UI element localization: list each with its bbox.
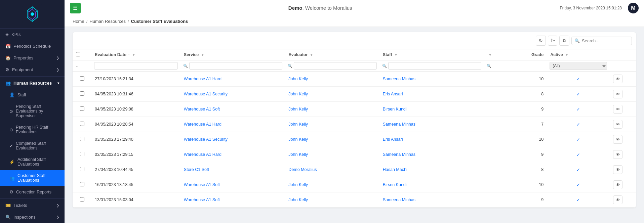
sidebar-item-properties[interactable]: 🏠 Properties ❯: [0, 52, 65, 64]
service-link[interactable]: Store C1 Soft: [184, 167, 209, 172]
service-link[interactable]: Warehouse A1 Soft: [184, 107, 220, 112]
staff-link[interactable]: Sameena Minhas: [383, 197, 415, 202]
view-button[interactable]: 👁: [613, 75, 622, 83]
sidebar-item-hr[interactable]: 👥 Human Resources ▾: [0, 77, 65, 89]
filter-icon[interactable]: ▼: [565, 53, 568, 57]
copy-button[interactable]: ⧉: [559, 36, 569, 46]
filter-icon[interactable]: ▼: [310, 53, 313, 57]
sidebar-item-label: Periodics Schedule: [13, 44, 51, 49]
filter-icon[interactable]: ▼: [132, 53, 135, 57]
filter-icon[interactable]: ▼: [201, 53, 204, 57]
view-button[interactable]: 👁: [613, 180, 622, 189]
service-link[interactable]: Warehouse A1 Soft: [184, 182, 220, 187]
sidebar-item-tickets[interactable]: 🎫 Tickets ❯: [0, 199, 65, 211]
row-actions: 👁: [610, 177, 636, 192]
evaluator-link[interactable]: Demo Moralius: [288, 167, 317, 172]
staff-link[interactable]: Birsen Kundi: [383, 182, 407, 187]
filter-active-select[interactable]: (All) Yes No: [550, 62, 607, 70]
avatar[interactable]: M: [628, 3, 639, 13]
calendar-icon: 📅: [5, 44, 11, 49]
view-button[interactable]: 👁: [613, 120, 622, 129]
row-checkbox[interactable]: [80, 122, 84, 126]
row-service: Warehouse A1 Soft: [180, 192, 285, 208]
export-button[interactable]: ⤴ ▾: [548, 36, 557, 46]
filter-staff-input[interactable]: [388, 62, 482, 70]
th-grade: Grade: [505, 49, 547, 60]
view-button[interactable]: 👁: [613, 105, 622, 114]
select-all-checkbox[interactable]: [76, 52, 80, 56]
row-grade: 8: [505, 87, 547, 102]
breadcrumb-section[interactable]: Human Resources: [89, 19, 126, 24]
row-service: Warehouse A1 Hard: [180, 147, 285, 162]
evaluator-link[interactable]: John Kelly: [288, 92, 308, 96]
view-button[interactable]: 👁: [613, 150, 622, 159]
row-date: 16/01/2023 13:18:45: [91, 177, 180, 192]
row-checkbox[interactable]: [80, 197, 84, 202]
filter-evaluator-cell: 🔍: [285, 60, 379, 72]
refresh-button[interactable]: ↻: [536, 36, 546, 46]
row-checkbox[interactable]: [80, 182, 84, 186]
sidebar-item-label: Pending HR Staff Evaluations: [16, 125, 59, 134]
table-toolbar: ↻ ⤴ ▾ ⧉ 🔍: [73, 32, 636, 49]
sidebar-item-staff[interactable]: 👤 Staff: [0, 89, 65, 101]
evaluator-link[interactable]: John Kelly: [288, 77, 308, 81]
filter-icon[interactable]: ▼: [488, 53, 492, 57]
row-checkbox-cell: [73, 132, 91, 147]
staff-link[interactable]: Hasan Machi: [383, 167, 407, 172]
evaluator-link[interactable]: John Kelly: [288, 122, 308, 127]
row-checkbox[interactable]: [80, 167, 84, 171]
sidebar-item-additional[interactable]: ⚡ Additional Staff Evaluations: [0, 154, 65, 170]
row-checkbox[interactable]: [80, 152, 84, 156]
staff-link[interactable]: Sameena Minhas: [383, 122, 415, 127]
view-button[interactable]: 👁: [613, 165, 622, 174]
kpis-icon: ◈: [5, 32, 9, 37]
filter-service-input[interactable]: [189, 62, 283, 70]
sidebar-item-inspections[interactable]: 🔍 Inspections ❯: [0, 211, 65, 223]
service-link[interactable]: Warehouse A1 Soft: [184, 197, 220, 202]
evaluator-link[interactable]: John Kelly: [288, 137, 308, 142]
active-check: ✓: [576, 92, 580, 97]
view-button[interactable]: 👁: [613, 195, 622, 204]
service-link[interactable]: Warehouse A1 Security: [184, 92, 228, 96]
sidebar-item-kpis[interactable]: ◈ KPIs: [0, 29, 65, 40]
search-input[interactable]: [582, 38, 629, 43]
row-flag: [484, 87, 505, 102]
filter-evaluator-input[interactable]: [294, 62, 376, 70]
row-active: ✓: [547, 162, 610, 177]
evaluator-link[interactable]: John Kelly: [288, 182, 308, 187]
row-grade: 8: [505, 162, 547, 177]
sidebar-item-correction[interactable]: ⚙ Correction Reports: [0, 186, 65, 198]
row-checkbox[interactable]: [80, 91, 84, 96]
chevron-down-icon: ▾: [57, 81, 59, 85]
service-link[interactable]: Warehouse A1 Hard: [184, 152, 222, 157]
staff-link[interactable]: Sameena Minhas: [383, 152, 415, 157]
search-icon: 🔍: [574, 38, 580, 43]
evaluator-link[interactable]: John Kelly: [288, 107, 308, 112]
sidebar-item-completed[interactable]: ✔ Completed Staff Evaluations: [0, 138, 65, 154]
staff-link[interactable]: Eris Ansari: [383, 92, 403, 96]
view-button[interactable]: 👁: [613, 90, 622, 98]
row-grade: 9: [505, 147, 547, 162]
evaluator-link[interactable]: John Kelly: [288, 197, 308, 202]
view-button[interactable]: 👁: [613, 135, 622, 144]
row-checkbox[interactable]: [80, 76, 84, 81]
service-link[interactable]: Warehouse A1 Hard: [184, 122, 222, 127]
service-link[interactable]: Warehouse A1 Hard: [184, 77, 222, 81]
service-link[interactable]: Warehouse A1 Security: [184, 137, 228, 142]
staff-link[interactable]: Birsen Kundi: [383, 107, 407, 112]
filter-icon[interactable]: ▼: [394, 53, 398, 57]
menu-toggle-button[interactable]: ☰: [70, 3, 81, 13]
staff-link[interactable]: Eris Ansari: [383, 137, 403, 142]
row-checkbox[interactable]: [80, 106, 84, 111]
sidebar-item-customer[interactable]: 👥 Customer Staff Evaluations: [0, 170, 65, 186]
evaluator-link[interactable]: John Kelly: [288, 152, 308, 157]
sidebar-item-periodics[interactable]: 📅 Periodics Schedule: [0, 40, 65, 52]
breadcrumb-home[interactable]: Home: [73, 19, 84, 24]
sidebar-item-pending-hr[interactable]: ⊙ Pending HR Staff Evaluations: [0, 122, 65, 138]
people-icon: 👥: [5, 81, 11, 86]
row-checkbox[interactable]: [80, 137, 84, 141]
filter-date-input[interactable]: [94, 62, 178, 70]
sidebar-item-pending-supervisor[interactable]: ⊙ Pending Staff Evaluations by Superviso…: [0, 101, 65, 122]
staff-link[interactable]: Sameena Minhas: [383, 77, 415, 81]
sidebar-item-equipment[interactable]: ⚙ Equipment ❯: [0, 64, 65, 76]
